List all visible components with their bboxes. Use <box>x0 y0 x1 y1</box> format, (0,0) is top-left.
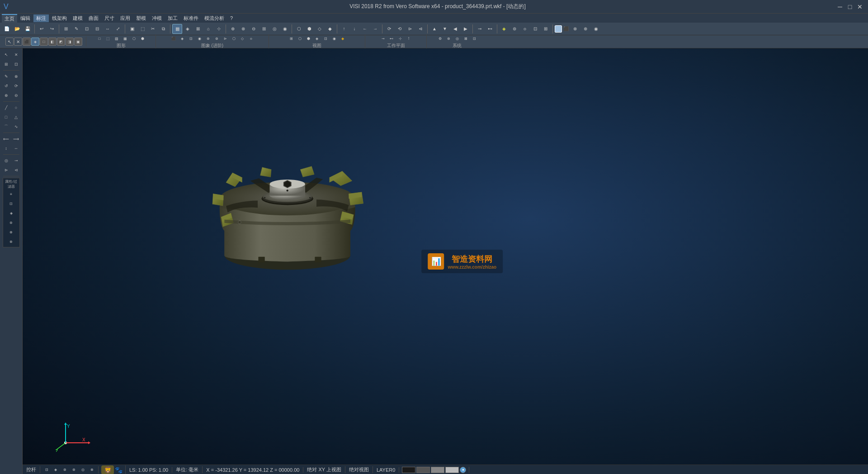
deselect-btn[interactable]: ✕ <box>14 38 22 46</box>
tb-btn-27[interactable]: ◆ <box>325 24 335 34</box>
workplane-btn-1[interactable]: ⊸ <box>379 34 387 43</box>
status-btn-3[interactable]: ⊚ <box>61 466 68 474</box>
tb-btn-33[interactable]: ⟲ <box>395 24 405 34</box>
filter-btn-5[interactable]: ⊕ <box>4 228 19 237</box>
tb-btn-9[interactable]: ▣ <box>127 24 137 34</box>
lt-btn-5[interactable]: ✎ <box>2 72 11 81</box>
tab-wireframe[interactable]: 线架构 <box>49 14 70 22</box>
tb-btn-35[interactable]: ⊲ <box>415 24 425 34</box>
tb-btn-36[interactable]: ▲ <box>429 24 439 34</box>
tb-btn-18[interactable]: ⊕ <box>228 24 238 34</box>
tb-btn-42[interactable]: ◈ <box>499 24 509 34</box>
system-btn-2[interactable]: ⊛ <box>444 34 453 43</box>
tb-btn-14[interactable]: ◈ <box>183 24 193 34</box>
filter-btn-2[interactable]: ⊡ <box>4 199 19 208</box>
filter-btn-4[interactable]: ⊛ <box>4 218 19 227</box>
workplane-btn-3[interactable]: ⊹ <box>396 34 404 43</box>
tb-btn-17[interactable]: ⊹ <box>214 24 224 34</box>
img-btn-6[interactable]: ⊚ <box>212 34 221 43</box>
shape-btn-6[interactable]: ⬢ <box>138 34 146 43</box>
tab-plastic[interactable]: 塑模 <box>133 14 149 22</box>
tb-btn-41[interactable]: ⊷ <box>485 24 495 34</box>
undo-button[interactable]: ↩ <box>37 24 47 34</box>
workplane-btn-2[interactable]: ⊷ <box>387 34 396 43</box>
filter-btn-3[interactable]: ◈ <box>4 209 19 218</box>
tab-stamping[interactable]: 冲模 <box>149 14 165 22</box>
select-btn[interactable]: ↖ <box>5 38 14 46</box>
tb-btn-32[interactable]: ⟳ <box>384 24 394 34</box>
tb-btn-22[interactable]: ◎ <box>269 24 279 34</box>
lt-btn-9[interactable]: ⊕ <box>2 91 11 100</box>
lt-btn-23[interactable]: ⊳ <box>2 166 11 175</box>
filter-btn-1[interactable]: ≡ <box>4 190 19 199</box>
view-cube-right[interactable]: ◧ <box>48 38 57 46</box>
tb-btn-45[interactable]: ⊡ <box>530 24 540 34</box>
img-btn-10[interactable]: ⌾ <box>247 34 255 43</box>
tb-btn-16[interactable]: ⌂ <box>203 24 213 34</box>
tb-btn-49[interactable]: ◉ <box>591 24 601 34</box>
view-btn-3[interactable]: ⬢ <box>304 34 312 43</box>
tb-btn-43[interactable]: ⊚ <box>509 24 519 34</box>
tb-btn-7[interactable]: ↔ <box>103 24 113 34</box>
view-cube-iso[interactable]: ◈ <box>31 38 39 46</box>
lt-btn-17[interactable]: ⟵ <box>2 134 11 143</box>
lt-btn-3[interactable]: ⊞ <box>2 60 11 69</box>
tb-btn-20[interactable]: ⊖ <box>249 24 259 34</box>
system-btn-3[interactable]: ◎ <box>453 34 461 43</box>
img-btn-5[interactable]: ⊛ <box>204 34 212 43</box>
lt-btn-19[interactable]: ↕ <box>2 144 11 153</box>
lt-btn-7[interactable]: ↺ <box>2 81 11 90</box>
tb-btn-34[interactable]: ⊳ <box>405 24 415 34</box>
view-cube-front[interactable]: □ <box>40 38 48 46</box>
close-button[interactable]: ✕ <box>855 2 864 11</box>
shape-btn-3[interactable]: ▨ <box>113 34 121 43</box>
lt-btn-1[interactable]: ↖ <box>2 50 11 59</box>
tb-btn-10[interactable]: ⬚ <box>137 24 147 34</box>
tb-btn-8[interactable]: ⤢ <box>113 24 123 34</box>
tab-edit[interactable]: 编辑 <box>18 14 33 22</box>
lt-btn-20[interactable]: ↔ <box>12 144 21 153</box>
status-btn-4[interactable]: ⊛ <box>70 466 77 474</box>
lt-btn-13[interactable]: □ <box>2 113 11 122</box>
viewport[interactable]: 📊 智造资料网 www.zzzlw.com/zhizao X Y <box>23 48 868 474</box>
system-btn-4[interactable]: ⊠ <box>462 34 470 43</box>
tab-modeling[interactable]: 建模 <box>70 14 85 22</box>
tab-apply[interactable]: 应用 <box>118 14 133 22</box>
tab-annotation[interactable]: 标注 <box>33 14 49 22</box>
tb-btn-44[interactable]: ⌾ <box>520 24 530 34</box>
view-cube-bottom[interactable]: ▣ <box>74 38 82 46</box>
lt-btn-2[interactable]: ✕ <box>12 50 21 59</box>
tb-btn-25[interactable]: ⬢ <box>304 24 314 34</box>
tb-btn-13[interactable]: ▦ <box>172 24 182 34</box>
lt-btn-12[interactable]: ○ <box>12 103 21 112</box>
lt-btn-14[interactable]: △ <box>12 113 21 122</box>
layer-color-4[interactable] <box>445 467 459 473</box>
tb-btn-38[interactable]: ◀ <box>450 24 460 34</box>
filter-btn-6[interactable]: ⊗ <box>4 237 19 246</box>
lt-btn-18[interactable]: ⟶ <box>12 134 21 143</box>
layer-color-2[interactable] <box>416 467 430 473</box>
minimize-button[interactable]: ─ <box>835 2 844 11</box>
view-cube-top[interactable]: ⬛ <box>23 38 31 46</box>
layer-color-1[interactable] <box>402 467 415 473</box>
status-btn-5[interactable]: ◎ <box>79 466 86 474</box>
shape-btn-1[interactable]: □ <box>95 34 104 43</box>
tb-btn-30[interactable]: ← <box>360 24 370 34</box>
tb-btn-39[interactable]: ▶ <box>461 24 471 34</box>
lt-btn-4[interactable]: ⊡ <box>12 60 21 69</box>
img-btn-4[interactable]: ◉ <box>195 34 203 43</box>
tb-btn-23[interactable]: ◉ <box>280 24 290 34</box>
tb-btn-37[interactable]: ▼ <box>440 24 450 34</box>
view-btn-5[interactable]: ⊡ <box>321 34 330 43</box>
lt-btn-16[interactable]: ∿ <box>12 122 21 131</box>
tab-dim[interactable]: 尺寸 <box>102 14 117 22</box>
layer-lock-icon[interactable]: ● <box>460 467 466 473</box>
tab-main[interactable]: 主页 <box>2 14 17 23</box>
view-btn-2[interactable]: ⬡ <box>296 34 304 43</box>
img-btn-9[interactable]: ◇ <box>238 34 246 43</box>
view-cube-back[interactable]: ◩ <box>57 38 65 46</box>
view-btn-1[interactable]: ⊞ <box>287 34 295 43</box>
save-button[interactable]: 💾 <box>23 24 33 34</box>
tb-btn-12[interactable]: ⧉ <box>158 24 168 34</box>
lt-btn-11[interactable]: ╱ <box>2 103 11 112</box>
